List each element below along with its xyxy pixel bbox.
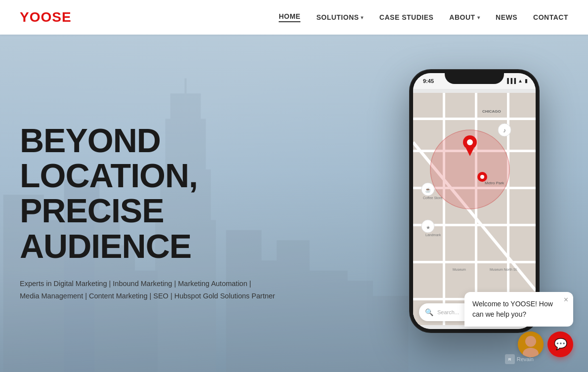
phone-search-placeholder: Search... [437, 309, 459, 315]
wifi-icon: ▲ [518, 78, 523, 83]
svg-text:☕: ☕ [425, 187, 431, 193]
phone-time: 9:45 [423, 78, 434, 84]
nav-solutions[interactable]: SOLUTIONS ▾ [316, 13, 364, 21]
svg-text:Metro Park: Metro Park [485, 181, 504, 185]
svg-rect-25 [509, 120, 536, 150]
svg-rect-38 [413, 263, 443, 298]
svg-rect-21 [509, 93, 536, 118]
navbar: YOOSE HOME SOLUTIONS ▾ CASE STUDIES ABOU… [0, 0, 588, 35]
nav-contact[interactable]: CONTACT [533, 13, 568, 21]
svg-rect-52 [443, 93, 445, 325]
svg-point-58 [467, 139, 473, 145]
chat-agent-avatar [518, 331, 544, 357]
nav-links: HOME SOLUTIONS ▾ CASE STUDIES ABOUT ▾ NE… [279, 12, 568, 22]
svg-text:Landmark: Landmark [425, 233, 441, 237]
signal-icon: ▐▐▐ [505, 78, 516, 83]
revain-badge: R Revain [505, 354, 534, 364]
chat-speech-icon: 💬 [554, 338, 567, 351]
svg-rect-19 [445, 93, 475, 118]
chat-bubble: × Welcome to YOOSE! How can we help you? [464, 292, 573, 327]
svg-rect-33 [509, 189, 536, 224]
solutions-chevron-icon: ▾ [361, 15, 364, 20]
hero-content: BEYOND LOCATION, PRECISE AUDIENCE Expert… [20, 123, 326, 302]
status-icons: ▐▐▐ ▲ ▮ [505, 78, 528, 83]
revain-logo-icon: R [505, 354, 515, 364]
svg-rect-18 [413, 93, 443, 118]
svg-text:★: ★ [426, 225, 430, 230]
phone-search-icon: 🔍 [425, 308, 433, 316]
hero-title: BEYOND LOCATION, PRECISE AUDIENCE [20, 123, 326, 264]
battery-icon: ▮ [525, 78, 528, 83]
svg-point-75 [525, 336, 536, 347]
svg-text:♪: ♪ [503, 127, 506, 134]
svg-text:Museum: Museum [453, 268, 466, 271]
chat-widget: × Welcome to YOOSE! How can we help you?… [464, 292, 573, 357]
svg-rect-37 [509, 226, 536, 261]
svg-rect-35 [445, 226, 475, 261]
hero-subtitle: Experts in Digital Marketing | Inbound M… [20, 278, 326, 302]
svg-point-61 [480, 175, 484, 179]
nav-home[interactable]: HOME [279, 12, 300, 22]
nav-news[interactable]: NEWS [496, 13, 517, 21]
svg-rect-46 [413, 118, 536, 120]
nav-about[interactable]: ABOUT ▾ [449, 13, 480, 21]
hero-section: BEYOND LOCATION, PRECISE AUDIENCE Expert… [0, 35, 588, 372]
chat-message: Welcome to YOOSE! How can we help you? [472, 300, 553, 318]
svg-text:Coffee Store: Coffee Store [423, 196, 442, 200]
chat-open-button[interactable]: 💬 [547, 331, 573, 357]
phone-screen: 9:45 ▐▐▐ ▲ ▮ [413, 73, 536, 329]
svg-text:CHICAGO: CHICAGO [482, 109, 501, 114]
svg-rect-4 [184, 79, 186, 109]
svg-rect-29 [509, 152, 536, 187]
phone-notch [445, 70, 504, 84]
revain-label: Revain [517, 356, 534, 362]
nav-case-studies[interactable]: CASE STUDIES [379, 13, 433, 21]
brand-logo[interactable]: YOOSE [20, 9, 72, 25]
svg-rect-50 [413, 261, 536, 263]
svg-text:Museum North St.: Museum North St. [490, 268, 517, 271]
svg-rect-20 [477, 93, 507, 118]
chat-close-button[interactable]: × [564, 296, 568, 304]
chat-avatar-row: 💬 [518, 331, 573, 357]
svg-rect-36 [477, 226, 507, 261]
about-chevron-icon: ▾ [477, 15, 480, 20]
